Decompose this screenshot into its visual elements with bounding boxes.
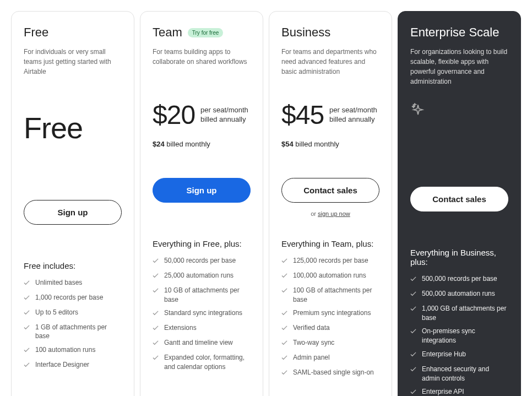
- plan-description: For teams building apps to collaborate o…: [153, 47, 251, 78]
- check-icon: [410, 305, 416, 314]
- feature-text: Two-way sync: [293, 338, 334, 348]
- feature-item: 25,000 automation runs: [153, 271, 251, 281]
- feature-item: 1,000 GB of attachments per base: [410, 304, 508, 323]
- price-unit: per seat/month billed annually: [200, 106, 251, 124]
- feature-text: Enhanced security and admin controls: [422, 365, 508, 383]
- feature-item: 1,000 records per base: [24, 293, 122, 303]
- plan-name: Free: [24, 26, 48, 39]
- check-icon: [281, 324, 287, 334]
- plan-name: Business: [281, 26, 330, 39]
- feature-text: 500,000 records per base: [422, 274, 497, 284]
- feature-item: 50,000 records per base: [153, 256, 251, 267]
- plan-card-team: Team Try for free For teams building app…: [140, 11, 263, 396]
- features-list: Unlimited bases 1,000 records per base U…: [24, 278, 122, 371]
- check-icon: [281, 287, 287, 296]
- plan-description: For individuals or very small teams just…: [24, 47, 122, 78]
- feature-text: On-premises sync integrations: [422, 327, 508, 345]
- plan-price: Free: [24, 111, 122, 182]
- check-icon: [24, 346, 30, 356]
- check-icon: [24, 279, 30, 289]
- feature-item: 10 GB of attachments per base: [153, 286, 251, 305]
- sub-cta: or sign up now: [281, 210, 379, 218]
- price-unit: per seat/month billed annually: [329, 106, 379, 124]
- feature-text: Standard sync integrations: [164, 308, 242, 318]
- feature-item: Extensions: [153, 323, 251, 334]
- plan-header: Team Try for free: [153, 26, 251, 39]
- signup-button[interactable]: Sign up: [153, 178, 251, 203]
- feature-item: On-premises sync integrations: [410, 327, 508, 345]
- plan-card-enterprise: Enterprise Scale For organizations looki…: [398, 11, 521, 396]
- sub-cta-spacer: [153, 203, 251, 218]
- feature-item: Gantt and timeline view: [153, 338, 251, 349]
- plan-name: Enterprise Scale: [410, 26, 499, 39]
- check-icon: [410, 351, 416, 360]
- contact-sales-button[interactable]: Contact sales: [281, 178, 379, 203]
- feature-text: Premium sync integrations: [293, 308, 371, 318]
- feature-text: Unlimited bases: [35, 278, 82, 287]
- features-list: 125,000 records per base 100,000 automat…: [281, 256, 379, 378]
- check-icon: [153, 354, 159, 364]
- check-icon: [281, 354, 287, 364]
- check-icon: [410, 366, 416, 375]
- price-monthly-label: billed monthly: [165, 140, 210, 148]
- feature-text: 100 GB of attachments per base: [293, 286, 379, 305]
- feature-text: Expanded color, formatting, and calendar…: [164, 353, 251, 372]
- feature-item: Up to 5 editors: [24, 308, 122, 318]
- price-monthly: $54 billed monthly: [281, 140, 379, 148]
- check-icon: [410, 388, 416, 396]
- check-icon: [153, 324, 159, 334]
- plan-description: For teams and departments who need advan…: [281, 47, 379, 78]
- feature-text: Admin panel: [293, 353, 330, 362]
- feature-text: 100,000 automation runs: [293, 271, 366, 280]
- sub-cta-prefix: or: [311, 210, 318, 217]
- check-icon: [24, 324, 30, 333]
- plan-name: Team: [153, 26, 182, 39]
- price-amount: $20: [153, 100, 195, 130]
- try-free-badge: Try for free: [188, 28, 224, 37]
- feature-item: 100,000 automation runs: [281, 271, 379, 281]
- feature-text: 100 automation runs: [35, 345, 95, 355]
- pricing-grid: Free For individuals or very small teams…: [11, 11, 521, 396]
- feature-text: Interface Designer: [35, 360, 89, 370]
- check-icon: [281, 272, 287, 281]
- price-row: $45 per seat/month billed annually: [281, 100, 379, 130]
- feature-text: SAML-based single sign-on: [293, 368, 374, 377]
- feature-item: Interface Designer: [24, 360, 122, 371]
- signup-now-link[interactable]: sign up now: [318, 210, 350, 217]
- feature-item: Enterprise API: [410, 387, 508, 396]
- check-icon: [153, 287, 159, 296]
- features-title: Everything in Business, plus:: [410, 248, 508, 267]
- check-icon: [24, 309, 30, 318]
- price-block: $45 per seat/month billed annually $54 b…: [281, 100, 379, 160]
- feature-text: Gantt and timeline view: [164, 338, 233, 348]
- plan-description: For organizations looking to build scala…: [410, 47, 508, 86]
- plan-header: Enterprise Scale: [410, 26, 508, 39]
- feature-item: Enterprise Hub: [410, 350, 508, 360]
- price-monthly-label: billed monthly: [294, 140, 339, 148]
- price-amount: $45: [281, 100, 324, 130]
- check-icon: [153, 310, 159, 319]
- feature-text: 1,000 GB of attachments per base: [422, 304, 508, 323]
- check-icon: [281, 339, 287, 349]
- feature-item: Standard sync integrations: [153, 308, 251, 319]
- feature-item: 100 automation runs: [24, 345, 122, 356]
- feature-item: Two-way sync: [281, 338, 379, 349]
- check-icon: [24, 294, 30, 303]
- feature-text: Verified data: [293, 323, 330, 333]
- check-icon: [153, 272, 159, 281]
- feature-text: 50,000 records per base: [164, 256, 236, 265]
- plan-header: Business: [281, 26, 379, 39]
- feature-item: 500,000 records per base: [410, 274, 508, 285]
- features-list: 50,000 records per base 25,000 automatio…: [153, 256, 251, 371]
- features-title: Everything in Team, plus:: [281, 239, 379, 248]
- features-title: Everything in Free, plus:: [153, 239, 251, 248]
- feature-text: 125,000 records per base: [293, 256, 368, 265]
- price-block: $20 per seat/month billed annually $24 b…: [153, 100, 251, 160]
- check-icon: [281, 369, 287, 378]
- feature-item: Unlimited bases: [24, 278, 122, 289]
- feature-item: Premium sync integrations: [281, 308, 379, 319]
- contact-sales-button[interactable]: Contact sales: [410, 187, 508, 211]
- check-icon: [410, 290, 416, 300]
- signup-button[interactable]: Sign up: [24, 200, 122, 225]
- price-monthly-amount: $24: [153, 140, 165, 148]
